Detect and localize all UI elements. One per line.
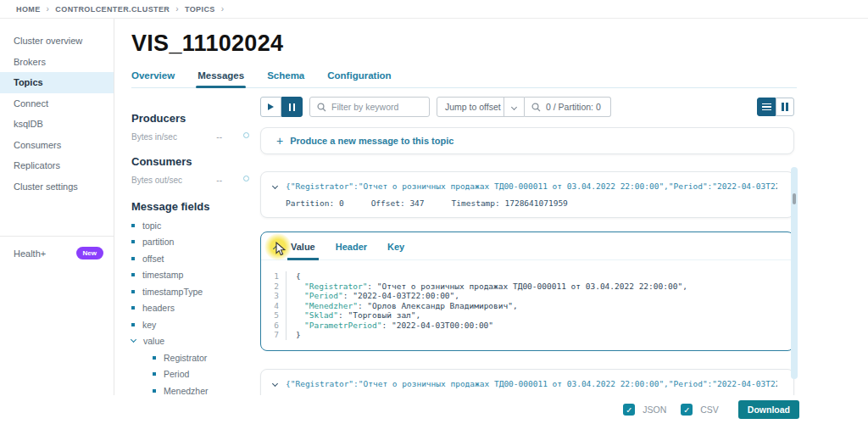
sidebar: Cluster overview Brokers Topics Connect …	[0, 19, 114, 424]
field-timestamptype[interactable]: timestampType	[131, 287, 246, 296]
sidebar-item-connect[interactable]: Connect	[0, 93, 114, 114]
partition-input[interactable]	[546, 102, 604, 112]
field-bullet	[131, 273, 135, 276]
sidebar-item-cluster-settings[interactable]: Cluster settings	[0, 176, 114, 198]
jump-to-offset-select[interactable]: Jump to offset	[437, 97, 525, 117]
json-checkbox-label: JSON	[643, 404, 666, 415]
field-value-expandable[interactable]: value	[131, 337, 246, 345]
checkmark-icon: ✓	[683, 405, 690, 415]
message-meta: Partition: 0 Offset: 347 Timestamp: 1728…	[286, 198, 782, 208]
breadcrumb-cluster[interactable]: CONTROLCENTER.CLUSTER	[55, 5, 170, 14]
field-offset[interactable]: offset	[131, 254, 246, 263]
code-text: "Registrator": "Отчет о розничных продаж…	[287, 282, 687, 292]
pause-button[interactable]	[281, 97, 303, 117]
breadcrumb: HOME › CONTROLCENTER.CLUSTER › TOPICS ›	[0, 0, 868, 19]
sidebar-item-ksqldb[interactable]: ksqlDB	[0, 114, 114, 135]
tab-schema[interactable]: Schema	[267, 70, 304, 81]
message-row[interactable]: {"Registrator":"Отчет о розничных продаж…	[260, 171, 794, 218]
tab-configuration[interactable]: Configuration	[327, 70, 391, 81]
play-icon	[268, 103, 274, 110]
sidebar-item-health[interactable]: Health+ New	[0, 237, 114, 259]
field-label: headers	[142, 303, 175, 313]
field-partition[interactable]: partition	[131, 237, 246, 246]
list-view-icon	[762, 103, 771, 105]
chevron-down-icon[interactable]	[272, 380, 278, 386]
csv-checkbox[interactable]: ✓	[681, 404, 693, 416]
sidebar-item-replicators[interactable]: Replicators	[0, 155, 114, 176]
field-bullet	[153, 372, 156, 376]
messages-scrollbar[interactable]	[791, 167, 798, 379]
sidebar-item-cluster-overview[interactable]: Cluster overview	[0, 31, 114, 52]
breadcrumb-topics[interactable]: TOPICS	[185, 5, 215, 14]
field-headers[interactable]: headers	[131, 304, 246, 312]
field-value-registrator[interactable]: Registrator	[153, 354, 246, 362]
json-value: : "Отчет о розничных продажах ТД00-00001…	[367, 282, 687, 291]
tab-overview[interactable]: Overview	[131, 70, 175, 81]
messages-toolbar: Jump to offset	[260, 97, 794, 117]
field-value-menedzher[interactable]: Menedzher	[153, 387, 246, 395]
code-text: {	[287, 271, 301, 282]
producers-metric-row: Bytes in/sec --	[131, 132, 246, 142]
chevron-down-icon[interactable]	[272, 183, 278, 189]
field-label: Registrator	[164, 353, 207, 363]
scrollbar-thumb[interactable]	[793, 193, 796, 204]
json-value: : "Орлов Александр Владимирович",	[358, 301, 518, 310]
left-panel: Producers Bytes in/sec -- Consumers Byte…	[131, 97, 246, 416]
view-toggle-group	[757, 98, 794, 116]
offset-select-value: Jump to offset	[437, 102, 504, 112]
consumers-metric-label: Bytes out/sec	[131, 176, 182, 185]
line-number: 3	[261, 291, 287, 301]
download-button[interactable]: Download	[738, 400, 799, 419]
search-icon	[317, 103, 326, 112]
field-bullet	[131, 224, 135, 227]
play-pause-group	[260, 97, 303, 117]
code-line: 1{	[261, 271, 793, 282]
messages-tab-content: Producers Bytes in/sec -- Consumers Byte…	[131, 97, 868, 416]
loading-indicator-icon	[243, 176, 249, 181]
chevron-up-icon[interactable]	[273, 245, 279, 251]
download-bar: ✓ JSON ✓ CSV Download	[0, 395, 868, 424]
tab-messages[interactable]: Messages	[198, 70, 244, 81]
field-bullet	[131, 240, 135, 243]
tab-key[interactable]: Key	[387, 242, 404, 252]
field-bullet	[131, 323, 135, 326]
breadcrumb-separator: ›	[47, 4, 50, 14]
field-bullet	[153, 356, 156, 360]
sidebar-item-topics[interactable]: Topics	[0, 72, 114, 93]
tab-value[interactable]: Value	[291, 242, 315, 252]
field-value-period[interactable]: Period	[153, 370, 246, 378]
sidebar-item-brokers[interactable]: Brokers	[0, 52, 114, 73]
sidebar-item-consumers[interactable]: Consumers	[0, 135, 114, 156]
field-timestamp[interactable]: timestamp	[131, 271, 246, 279]
list-view-icon	[762, 106, 771, 108]
list-view-button[interactable]	[757, 98, 776, 116]
field-topic[interactable]: topic	[131, 221, 246, 230]
json-key: "ParametrPeriod"	[296, 321, 382, 330]
field-label: topic	[142, 220, 161, 231]
expanded-message-tabs: Value Header Key	[291, 242, 404, 252]
play-button[interactable]	[260, 97, 281, 117]
code-line: 4"Menedzher": "Орлов Александр Владимиро…	[261, 301, 793, 311]
expanded-message-header: Value Header Key	[261, 232, 793, 260]
field-label: Menedzher	[164, 386, 209, 396]
line-number: 4	[261, 301, 287, 311]
card-view-icon	[786, 103, 788, 111]
json-key: "Period"	[296, 291, 343, 300]
json-checkbox[interactable]: ✓	[623, 404, 635, 416]
breadcrumb-separator: ›	[221, 4, 225, 14]
field-bullet	[131, 290, 135, 293]
filter-input[interactable]	[331, 102, 422, 112]
consumers-title: Consumers	[131, 155, 246, 168]
field-key[interactable]: key	[131, 321, 246, 329]
produce-message-label: Produce a new message to this topic	[290, 136, 453, 146]
producers-metric-label: Bytes in/sec	[131, 132, 177, 142]
code-line: 2"Registrator": "Отчет о розничных прода…	[261, 282, 793, 292]
breadcrumb-separator: ›	[175, 4, 179, 14]
card-view-button[interactable]	[776, 98, 794, 116]
code-line: 5"Sklad": "Торговый зал",	[261, 310, 793, 321]
filter-search-box	[309, 97, 430, 117]
health-label: Health+	[14, 248, 46, 259]
produce-message-button[interactable]: + Produce a new message to this topic	[260, 127, 794, 154]
tab-header[interactable]: Header	[336, 242, 367, 252]
breadcrumb-home[interactable]: HOME	[16, 5, 41, 14]
